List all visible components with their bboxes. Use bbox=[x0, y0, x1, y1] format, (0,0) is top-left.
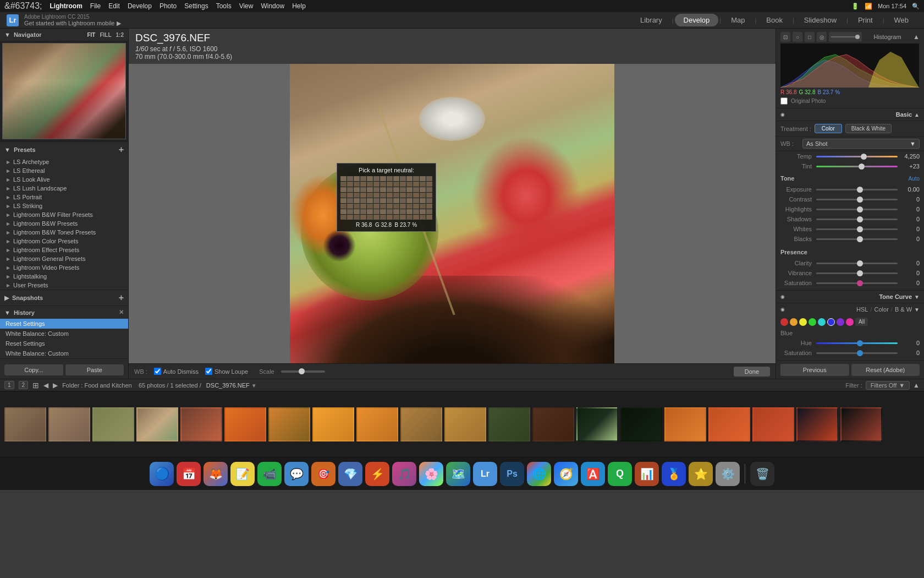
dock-chrome[interactable]: 🌐 bbox=[527, 462, 551, 486]
dock-itunes[interactable]: 🎵 bbox=[392, 462, 416, 486]
bw-treatment-button[interactable]: Black & White bbox=[845, 124, 892, 133]
menu-help[interactable]: Help bbox=[292, 2, 306, 10]
dock-quickbooks[interactable]: Q bbox=[608, 462, 632, 486]
original-photo-checkbox[interactable] bbox=[780, 97, 788, 105]
nav-tab-web[interactable]: Web bbox=[886, 14, 918, 26]
exposure-slider[interactable] bbox=[816, 189, 898, 190]
nav-tab-map[interactable]: Map bbox=[722, 14, 754, 26]
page-2-btn[interactable]: 2 bbox=[19, 381, 29, 389]
next-nav-btn[interactable]: ▶ bbox=[53, 381, 58, 389]
color-treatment-button[interactable]: Color bbox=[815, 124, 842, 133]
film-thumb[interactable] bbox=[620, 407, 662, 441]
dock-lightroom[interactable]: Lr bbox=[473, 462, 497, 486]
scale-slider[interactable] bbox=[281, 370, 325, 373]
tint-slider[interactable] bbox=[816, 166, 898, 167]
nav-tab-develop[interactable]: Develop bbox=[675, 14, 719, 26]
film-thumb[interactable] bbox=[48, 407, 90, 441]
film-thumb[interactable] bbox=[532, 407, 574, 441]
color-dot-blue[interactable] bbox=[827, 318, 835, 326]
color-dot-teal[interactable] bbox=[818, 318, 826, 326]
dock-firefox[interactable]: 🦊 bbox=[204, 462, 228, 486]
hsl-tab-color[interactable]: Color bbox=[875, 306, 889, 313]
hist-icon-btn2[interactable]: ○ bbox=[793, 32, 802, 42]
list-item[interactable]: ▶ LS Look Alive bbox=[0, 175, 128, 184]
filmstrip-expand-btn[interactable]: ▲ bbox=[913, 381, 920, 389]
presets-header[interactable]: ▼ Presets + bbox=[0, 142, 128, 157]
color-dot-purple[interactable] bbox=[837, 318, 844, 326]
prev-nav-btn[interactable]: ◀ bbox=[43, 381, 48, 389]
filmstrip-filename[interactable]: DSC_3976.NEF bbox=[206, 382, 250, 389]
history-item[interactable]: Reset Settings bbox=[0, 319, 128, 329]
show-loupe-checkbox[interactable]: Show Loupe bbox=[205, 368, 248, 375]
film-thumb[interactable] bbox=[664, 407, 706, 441]
dock-facetime[interactable]: 📹 bbox=[257, 462, 282, 486]
dock-maps[interactable]: 🗺️ bbox=[446, 462, 470, 486]
film-thumb[interactable] bbox=[268, 407, 310, 441]
history-item[interactable]: White Balance: Custom bbox=[0, 348, 128, 358]
wb-dropdown[interactable]: As Shot ▼ bbox=[802, 139, 920, 149]
dock-messages[interactable]: 💬 bbox=[284, 462, 309, 486]
film-thumb-selected[interactable] bbox=[136, 407, 178, 441]
hist-icon-btn3[interactable]: □ bbox=[805, 32, 815, 42]
color-dot-orange[interactable] bbox=[790, 318, 798, 326]
nav-tab-book[interactable]: Book bbox=[757, 14, 791, 26]
film-thumb[interactable] bbox=[400, 407, 442, 441]
film-thumb[interactable] bbox=[840, 407, 882, 441]
list-item[interactable]: ▶ Lightroom Effect Presets bbox=[0, 246, 128, 254]
temp-slider[interactable] bbox=[816, 156, 898, 157]
menu-photo[interactable]: Photo bbox=[160, 2, 177, 10]
list-item[interactable]: ▶ User Presets bbox=[0, 281, 128, 290]
film-thumb[interactable] bbox=[444, 407, 486, 441]
dock-photoshop[interactable]: Ps bbox=[500, 462, 524, 486]
saturation-slider[interactable] bbox=[816, 282, 898, 284]
done-button[interactable]: Done bbox=[734, 367, 770, 377]
blacks-slider[interactable] bbox=[816, 238, 898, 240]
dock-notes[interactable]: 📝 bbox=[230, 462, 255, 486]
color-dot-magenta[interactable] bbox=[846, 318, 854, 326]
color-dot-yellow[interactable] bbox=[799, 318, 807, 326]
photo-area[interactable]: Pick a target neutral: R 36.8 G 32.8 B bbox=[129, 64, 776, 363]
color-dot-green[interactable] bbox=[809, 318, 816, 326]
hsl-saturation-slider[interactable] bbox=[816, 352, 898, 354]
list-item[interactable]: ▶ LS Ethereal bbox=[0, 166, 128, 175]
history-header[interactable]: ▼ History ✕ bbox=[0, 306, 128, 319]
film-thumb[interactable] bbox=[488, 407, 530, 441]
color-dot-red[interactable] bbox=[780, 318, 788, 326]
film-thumb[interactable] bbox=[356, 407, 398, 441]
hsl-tab-bw[interactable]: B & W bbox=[895, 306, 912, 313]
film-thumb[interactable] bbox=[796, 407, 838, 441]
dock-app2[interactable]: 💎 bbox=[338, 462, 362, 486]
menu-edit[interactable]: Edit bbox=[108, 2, 120, 10]
menu-window[interactable]: Window bbox=[261, 2, 284, 10]
nav-tab-library[interactable]: Library bbox=[631, 14, 671, 26]
add-snapshot-button[interactable]: + bbox=[119, 293, 124, 303]
film-thumb[interactable] bbox=[180, 407, 222, 441]
previous-button[interactable]: Previous bbox=[780, 364, 849, 376]
dock-calendar[interactable]: 📅 bbox=[177, 462, 201, 486]
snapshots-header[interactable]: ▶ Snapshots + bbox=[0, 290, 128, 306]
tone-curve-header[interactable]: ◉ Tone Curve ▼ bbox=[776, 291, 924, 303]
paste-button[interactable]: Paste bbox=[65, 364, 124, 375]
apple-menu[interactable]: &#63743; bbox=[4, 1, 42, 11]
menu-develop[interactable]: Develop bbox=[128, 2, 152, 10]
add-preset-button[interactable]: + bbox=[119, 145, 124, 155]
navigator-header[interactable]: ▼ Navigator FIT FILL 1:2 bbox=[0, 29, 128, 41]
list-item[interactable]: ▶ LS Portrait bbox=[0, 193, 128, 201]
dock-finder[interactable]: 🔵 bbox=[150, 462, 174, 486]
history-item[interactable]: Reset Settings bbox=[0, 339, 128, 348]
film-thumb[interactable] bbox=[312, 407, 354, 441]
dock-photos[interactable]: 🌸 bbox=[419, 462, 443, 486]
histogram-expand[interactable]: ▲ bbox=[913, 33, 920, 41]
dock-system-prefs[interactable]: ⚙️ bbox=[716, 462, 740, 486]
whites-slider[interactable] bbox=[816, 228, 898, 230]
contrast-slider[interactable] bbox=[816, 199, 898, 200]
list-item[interactable]: ▶ Lightroom B&W Filter Presets bbox=[0, 210, 128, 219]
nav-fill[interactable]: FILL bbox=[100, 32, 111, 38]
film-thumb[interactable] bbox=[752, 407, 794, 441]
list-item[interactable]: ▶ Lightstalking bbox=[0, 272, 128, 281]
close-history-button[interactable]: ✕ bbox=[119, 309, 124, 316]
vibrance-slider[interactable] bbox=[816, 272, 898, 274]
dock-app1[interactable]: 🎯 bbox=[311, 462, 336, 486]
nav-zoom[interactable]: 1:2 bbox=[116, 32, 124, 38]
search-icon[interactable]: 🔍 bbox=[912, 3, 920, 10]
